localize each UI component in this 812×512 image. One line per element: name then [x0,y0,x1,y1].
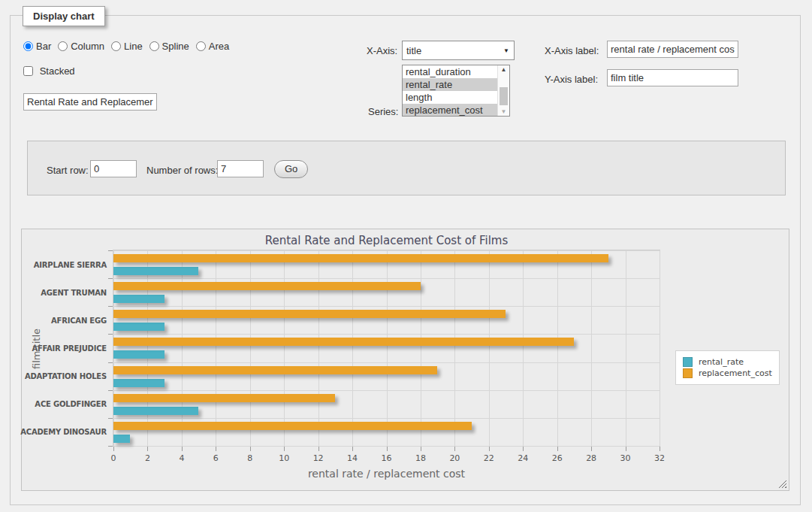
x-axis-label-input[interactable] [607,41,738,58]
chart-title: Rental Rate and Replacement Cost of Film… [113,234,660,247]
x-tick-mark [557,447,558,451]
x-tick-label: 8 [247,453,252,463]
gridline-y [113,362,660,363]
chart-type-option-column[interactable]: Column [58,41,104,52]
gridline-x-4 [182,250,183,446]
gridline-x-30 [626,250,626,446]
gridline-x-14 [352,250,353,446]
gridline-y [113,418,660,419]
x-axis-select[interactable]: title ▼ [402,41,515,60]
legend-item-rental_rate: rental_rate [683,357,772,367]
radio-line[interactable] [111,41,121,51]
radio-label: Bar [36,41,51,52]
y-tick-mark [108,362,113,363]
radio-spline[interactable] [149,41,159,51]
series-list-items: rental_durationrental_ratelengthreplacem… [403,65,509,117]
x-tick-label: 0 [111,453,116,463]
bar-rental_rate-academy-dinosaur [113,435,130,443]
legend-swatch-replacement_cost [683,368,693,378]
series-scrollbar[interactable]: ▲ ▼ [497,65,509,116]
gridline-x-20 [454,250,455,446]
x-tick-label: 20 [449,453,460,463]
series-option-rental_duration[interactable]: rental_duration [403,65,497,78]
x-axis-select-label: X-Axis: [367,45,397,56]
go-button[interactable]: Go [274,160,308,178]
scroll-up-icon[interactable]: ▲ [498,66,509,73]
gridline-x-0 [113,250,114,446]
chart-type-option-line[interactable]: Line [111,41,143,52]
x-tick-mark [660,447,660,451]
gridline-x-8 [250,250,251,446]
x-tick-label: 32 [654,453,665,463]
x-tick-label: 12 [313,453,324,463]
scrollbar-thumb[interactable] [500,87,508,105]
scroll-down-icon[interactable]: ▼ [498,108,509,115]
x-tick-label: 4 [179,453,184,463]
y-axis-label-caption: Y-Axis label: [545,74,598,85]
x-tick-mark [591,447,592,451]
x-axis-selected-value: title [406,45,421,56]
x-tick-label: 22 [484,453,494,463]
series-listbox[interactable]: rental_durationrental_ratelengthreplacem… [402,65,510,117]
stacked-option[interactable]: Stacked [23,65,75,77]
radio-label: Area [209,41,229,52]
gridline-x-10 [284,250,285,446]
chart-title-input[interactable] [23,93,157,111]
number-of-rows-input[interactable] [217,160,264,177]
x-tick-label: 10 [279,453,289,463]
bar-replacement_cost-agent-truman [113,282,421,290]
category-label-airplane-sierra: AIRPLANE SIERRA [34,261,107,269]
radio-area[interactable] [196,41,206,51]
gridline-y [113,278,660,279]
chart-type-option-spline[interactable]: Spline [149,41,189,52]
stacked-checkbox[interactable] [23,66,33,76]
gridline-y [113,250,660,251]
y-axis-label-input[interactable] [607,69,738,86]
gridline-y [113,306,660,307]
x-tick-mark [626,447,626,451]
bar-rental_rate-agent-truman [113,295,165,303]
x-axis-label-caption: X-Axis label: [545,45,599,56]
x-tick-mark [352,447,353,451]
x-tick-mark [147,447,148,451]
bar-rental_rate-affair-prejudice [113,350,165,359]
radio-label: Spline [162,41,189,52]
chart-type-radio-group: BarColumnLineSplineArea [23,41,236,52]
page: Display chart BarColumnLineSplineArea St… [0,0,812,512]
y-tick-mark [108,278,113,279]
legend-item-replacement_cost: replacement_cost [683,368,772,378]
gridline-x-16 [387,250,388,446]
radio-label: Line [124,41,143,52]
bar-replacement_cost-african-egg [113,310,506,318]
x-tick-label: 2 [145,453,150,463]
y-tick-mark [108,250,113,251]
series-option-rental_rate[interactable]: rental_rate [403,78,497,91]
series-option-length[interactable]: length [403,91,497,104]
bar-rental_rate-ace-goldfinger [113,407,198,415]
gridline-x-12 [318,250,319,446]
gridline-x-6 [216,250,216,446]
x-tick-mark [387,447,388,451]
series-option-replacement_cost[interactable]: replacement_cost [403,104,497,117]
number-of-rows-label: Number of rows: [146,165,218,176]
legend-label: rental_rate [699,357,744,367]
display-chart-fieldset: Display chart BarColumnLineSplineArea St… [10,15,801,505]
y-tick-mark [108,306,113,307]
series-list-label: Series: [368,106,398,117]
chart-type-option-area[interactable]: Area [196,41,229,52]
y-tick-mark [108,446,113,447]
radio-column[interactable] [58,41,68,51]
resize-handle-icon[interactable] [778,480,786,488]
chart-y-axis-title: film title [31,274,43,424]
x-tick-mark [318,447,319,451]
category-label-ace-goldfinger: ACE GOLDFINGER [35,400,107,408]
chart-type-option-bar[interactable]: Bar [23,41,51,52]
radio-bar[interactable] [23,41,33,51]
x-tick-mark [250,447,251,451]
gridline-y [113,334,660,335]
start-row-input[interactable] [90,160,137,177]
x-tick-mark [284,447,285,451]
gridline-y [113,446,660,447]
chart-container: Rental Rate and Replacement Cost of Film… [21,229,789,491]
gridline-x-22 [489,250,490,446]
